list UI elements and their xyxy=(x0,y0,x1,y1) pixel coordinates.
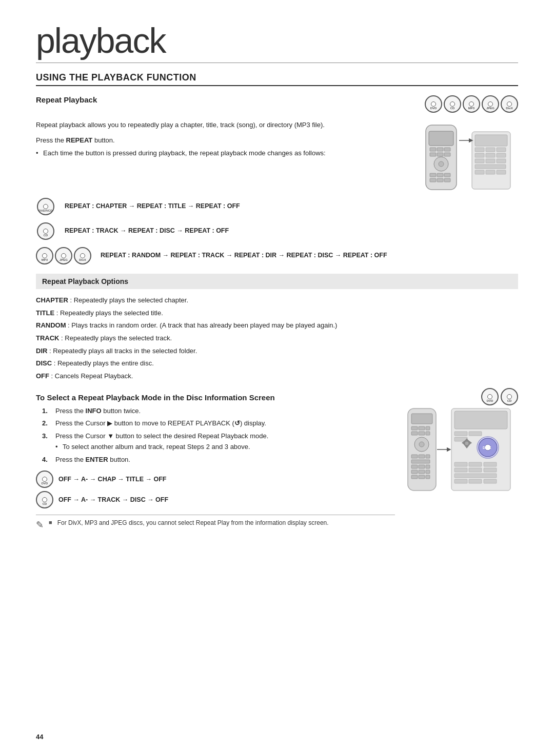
dir-option: DIR : Repeatedly plays all tracks in the… xyxy=(36,345,518,358)
random-option: RANDOM : Plays tracks in random order. (… xyxy=(36,319,518,332)
svg-rect-1 xyxy=(429,131,453,146)
svg-rect-42 xyxy=(411,455,418,458)
dvd-flow2-icon: DVD xyxy=(36,471,53,488)
disc-icons-row: DVD CD MP3 JPEG DivX xyxy=(425,95,518,113)
mp3-flow-icons: MP3 JPEG DivX xyxy=(36,247,91,264)
svg-rect-5 xyxy=(430,153,436,156)
repeat-bold: REPEAT xyxy=(66,136,93,144)
svg-rect-4 xyxy=(444,148,450,151)
steps-area: 1. Press the INFO button twice. 2. Press… xyxy=(36,406,395,531)
svg-rect-10 xyxy=(430,173,436,177)
svg-rect-66 xyxy=(469,462,482,466)
cd-flow-icon: CD xyxy=(36,222,55,240)
track-text: : Repeatedly plays the selected track. xyxy=(60,334,172,342)
bottom-flow-block: DVD OFF → A- → CHAP → TITLE → OFF CD OFF… xyxy=(36,471,395,508)
bottom-area: 1. Press the INFO button twice. 2. Press… xyxy=(36,406,518,531)
svg-rect-74 xyxy=(484,479,497,483)
cd-flow2-icon: CD xyxy=(36,491,53,508)
title-label: TITLE xyxy=(36,309,54,317)
svg-rect-63 xyxy=(469,432,482,436)
svg-point-41 xyxy=(419,442,424,447)
press-label: Press the xyxy=(36,136,66,144)
step2: 2. Press the Cursor ▶ button to move to … xyxy=(42,418,395,428)
divx-icon: DivX xyxy=(501,95,518,113)
step3: 3. Press the Cursor ▼ button to select t… xyxy=(42,431,395,452)
remote-svg xyxy=(421,124,516,191)
select-mode-icons: DVD CD xyxy=(481,388,518,405)
svg-rect-53 xyxy=(419,475,425,479)
svg-rect-21 xyxy=(475,153,484,157)
page-title: playback xyxy=(36,21,518,63)
page-number: 44 xyxy=(36,733,43,741)
step3-bullet: To select another album and track, repea… xyxy=(63,443,250,451)
step2-content: Press the Cursor ▶ button to move to REP… xyxy=(55,418,266,428)
mp3-disc: MP3 xyxy=(36,247,53,264)
svg-rect-13 xyxy=(430,178,436,182)
svg-point-79 xyxy=(465,441,469,445)
svg-rect-14 xyxy=(437,178,443,182)
svg-rect-50 xyxy=(419,470,425,474)
svg-rect-47 xyxy=(419,465,425,468)
svg-rect-69 xyxy=(469,468,482,472)
dvd-icon: DVD xyxy=(425,95,442,113)
svg-rect-68 xyxy=(454,468,467,472)
jpeg-icon: JPEG xyxy=(482,95,499,113)
svg-rect-48 xyxy=(426,465,430,468)
disc-label: DISC xyxy=(36,359,52,367)
svg-rect-38 xyxy=(419,432,425,435)
cd-flow-block: CD REPEAT : TRACK → REPEAT : DISC → REPE… xyxy=(36,222,518,240)
svg-rect-24 xyxy=(475,159,484,163)
disc-text: : Repeatedly plays the entire disc. xyxy=(52,359,154,367)
section-title: USING THE PLAYBACK FUNCTION xyxy=(36,72,518,86)
dir-label: DIR xyxy=(36,347,47,355)
step1: 1. Press the INFO button twice. xyxy=(42,406,395,416)
svg-rect-54 xyxy=(426,475,430,479)
divx-disc: DivX xyxy=(74,247,91,264)
svg-rect-22 xyxy=(486,153,495,157)
dir-text: : Repeatedly plays all tracks in the sel… xyxy=(47,347,197,355)
svg-rect-7 xyxy=(444,153,450,156)
page: playback USING THE PLAYBACK FUNCTION Rep… xyxy=(0,0,554,756)
title-text: : Repeatedly plays the selected title. xyxy=(54,309,163,317)
svg-rect-70 xyxy=(484,468,497,472)
svg-rect-34 xyxy=(411,426,418,430)
bullet-content: Each time the button is pressed during p… xyxy=(43,149,326,157)
svg-rect-20 xyxy=(497,148,506,152)
svg-rect-67 xyxy=(484,462,497,466)
options-header: Repeat Playback Options xyxy=(36,274,518,289)
svg-rect-72 xyxy=(454,479,467,483)
chapter-option: CHAPTER : Repeatedly plays the selected … xyxy=(36,294,518,307)
dvd-flow-text: REPEAT : CHAPTER → REPEAT : TITLE → REPE… xyxy=(65,198,240,212)
svg-rect-62 xyxy=(454,432,467,436)
mp3-flow-block: MP3 JPEG DivX REPEAT : RANDOM → REPEAT :… xyxy=(36,247,518,264)
disc-option: DISC : Repeatedly plays the entire disc. xyxy=(36,357,518,370)
svg-point-9 xyxy=(439,161,444,167)
svg-rect-43 xyxy=(419,455,425,458)
svg-rect-28 xyxy=(475,170,484,174)
svg-rect-71 xyxy=(454,474,497,478)
select-cd-icon: CD xyxy=(501,388,518,405)
step1-content: Press the INFO button twice. xyxy=(55,406,141,416)
cd-flow-text: REPEAT : TRACK → REPEAT : DISC → REPEAT … xyxy=(65,222,229,236)
select-dvd-icon: DVD xyxy=(481,388,499,405)
remote-area xyxy=(418,120,518,191)
track-option: TRACK : Repeatedly plays the selected tr… xyxy=(36,332,518,345)
svg-rect-45 xyxy=(411,460,430,463)
svg-rect-57 xyxy=(454,411,507,429)
svg-rect-19 xyxy=(486,148,495,152)
chapter-label: CHAPTER xyxy=(36,296,68,304)
note-icon: ✎ xyxy=(36,519,44,530)
note-bullet: ■ xyxy=(49,519,52,530)
svg-text:DISC: DISC xyxy=(483,446,491,449)
random-label: RANDOM xyxy=(36,321,66,329)
remote-large-area: DISC xyxy=(405,406,518,495)
step1-num: 1. xyxy=(42,406,51,416)
remote-large-svg: DISC xyxy=(405,406,513,493)
svg-rect-46 xyxy=(411,465,418,468)
svg-rect-35 xyxy=(419,426,425,430)
cd-flow2-row: CD OFF → A- → TRACK → DISC → OFF xyxy=(36,491,395,508)
step4: 4. Press the ENTER button. xyxy=(42,455,395,465)
dvd-flow2-text: OFF → A- → CHAP → TITLE → OFF xyxy=(58,476,166,483)
svg-rect-52 xyxy=(411,475,418,479)
press-end: button. xyxy=(92,136,114,144)
